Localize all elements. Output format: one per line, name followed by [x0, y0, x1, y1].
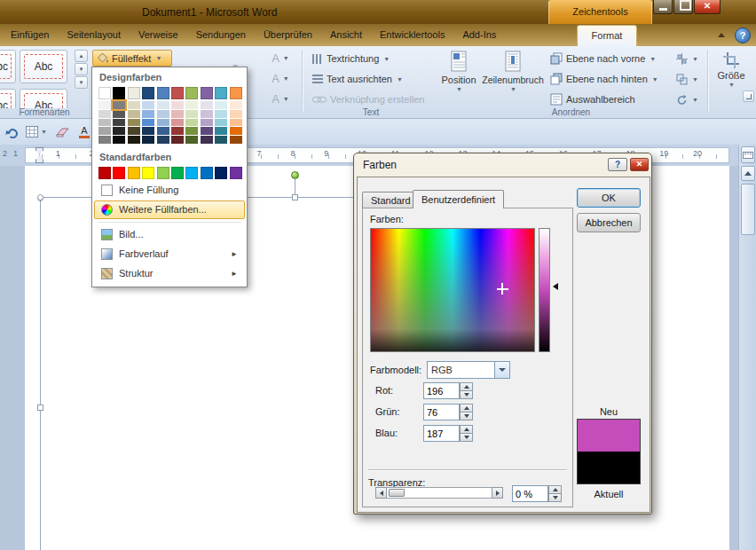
- resize-handle-top-left[interactable]: [37, 194, 43, 200]
- color-swatch[interactable]: [113, 119, 125, 127]
- color-swatch[interactable]: [171, 110, 184, 118]
- color-swatch[interactable]: [142, 87, 154, 99]
- tab-entwicklertools[interactable]: Entwicklertools: [371, 24, 453, 46]
- color-swatch[interactable]: [98, 136, 111, 144]
- vertical-scrollbar[interactable]: [738, 145, 756, 550]
- color-swatch[interactable]: [215, 136, 227, 144]
- gallery-more-icon[interactable]: ▾: [75, 76, 88, 89]
- color-swatch[interactable]: [215, 127, 227, 135]
- dialog-close-icon[interactable]: ✕: [630, 158, 649, 171]
- send-backward-button[interactable]: Ebene nach hinten ▼: [547, 70, 662, 88]
- tab-ansicht[interactable]: Ansicht: [321, 24, 371, 46]
- align-objects-button[interactable]: ▼: [673, 50, 703, 67]
- color-swatch[interactable]: [171, 119, 184, 127]
- position-button[interactable]: Position ▼: [437, 49, 481, 107]
- color-swatch[interactable]: [157, 127, 169, 135]
- group-objects-button[interactable]: ▼: [673, 70, 703, 88]
- green-input[interactable]: [423, 404, 460, 420]
- spin-up-icon[interactable]: [548, 485, 562, 494]
- color-swatch[interactable]: [171, 127, 184, 135]
- color-swatch[interactable]: [201, 136, 213, 144]
- color-swatch[interactable]: [128, 87, 140, 99]
- table-icon[interactable]: ▼: [23, 122, 50, 141]
- tab-einf-gen[interactable]: Einfügen: [2, 24, 58, 46]
- bring-forward-button[interactable]: Ebene nach vorne ▼: [547, 50, 659, 67]
- gallery-up-icon[interactable]: ▴: [75, 50, 88, 62]
- color-swatch[interactable]: [171, 101, 184, 109]
- tab-format[interactable]: Format: [577, 25, 637, 46]
- size-dialog-launcher-icon[interactable]: [743, 90, 754, 102]
- dialog-help-icon[interactable]: ?: [608, 158, 627, 171]
- picture-fill-menu-item[interactable]: Bild...: [94, 225, 245, 244]
- spin-down-icon[interactable]: [460, 434, 473, 442]
- maximize-button[interactable]: [673, 0, 693, 14]
- spin-up-icon[interactable]: [460, 382, 473, 391]
- gallery-down-icon[interactable]: ▾: [75, 63, 88, 75]
- color-swatch[interactable]: [185, 101, 198, 109]
- tab-seitenlayout[interactable]: Seitenlayout: [58, 24, 130, 46]
- scroll-up-icon[interactable]: [741, 166, 755, 181]
- color-swatch[interactable]: [171, 87, 184, 99]
- undo-icon[interactable]: [3, 122, 20, 141]
- color-swatch[interactable]: [215, 87, 227, 99]
- shape-style-item[interactable]: Abc: [20, 89, 67, 108]
- color-swatch[interactable]: [128, 110, 140, 118]
- color-swatch[interactable]: [157, 101, 169, 109]
- color-swatch[interactable]: [230, 167, 242, 179]
- cancel-button[interactable]: Abbrechen: [577, 213, 641, 232]
- collapse-ribbon-icon[interactable]: [713, 28, 729, 43]
- close-button[interactable]: ✕: [694, 0, 721, 14]
- color-swatch[interactable]: [113, 167, 125, 179]
- color-swatch[interactable]: [185, 127, 198, 135]
- color-swatch[interactable]: [157, 119, 169, 127]
- text-direction-button[interactable]: Textrichtung ▼: [309, 50, 393, 67]
- dropdown-arrow-icon[interactable]: [494, 362, 509, 378]
- shape-style-item[interactable]: bc: [0, 89, 16, 108]
- color-swatch[interactable]: [157, 136, 169, 144]
- scrollbar-thumb[interactable]: [741, 184, 755, 235]
- resize-handle-top-center[interactable]: [292, 194, 298, 200]
- rotate-objects-button[interactable]: ▼: [673, 90, 703, 108]
- color-swatch[interactable]: [201, 101, 213, 109]
- luminance-bar[interactable]: [539, 228, 550, 352]
- color-swatch[interactable]: [185, 110, 198, 118]
- tab-standard[interactable]: Standard: [362, 192, 420, 208]
- resize-handle-middle-left[interactable]: [37, 405, 43, 411]
- color-swatch[interactable]: [215, 101, 227, 109]
- color-swatch[interactable]: [201, 119, 213, 127]
- color-swatch[interactable]: [98, 110, 111, 118]
- color-swatch[interactable]: [142, 101, 154, 109]
- no-fill-menu-item[interactable]: Keine Füllung: [94, 181, 245, 200]
- spin-down-icon[interactable]: [460, 391, 473, 399]
- color-swatch[interactable]: [98, 167, 111, 179]
- texture-fill-menu-item[interactable]: Struktur ►: [94, 264, 245, 283]
- color-swatch[interactable]: [113, 127, 125, 135]
- color-swatch[interactable]: [128, 101, 140, 109]
- color-swatch[interactable]: [171, 136, 184, 144]
- shape-style-item[interactable]: Abc: [20, 50, 67, 83]
- align-text-button[interactable]: Text ausrichten ▼: [309, 70, 406, 88]
- color-swatch[interactable]: [230, 101, 242, 109]
- color-gradient-field[interactable]: [370, 228, 535, 352]
- color-swatch[interactable]: [98, 127, 111, 135]
- ruler-toggle-icon[interactable]: [741, 146, 755, 163]
- eraser-icon[interactable]: [53, 122, 71, 141]
- color-swatch[interactable]: [98, 101, 111, 109]
- color-swatch[interactable]: [113, 101, 125, 109]
- color-swatch[interactable]: [128, 127, 140, 135]
- spin-up-icon[interactable]: [460, 404, 473, 412]
- color-swatch[interactable]: [142, 110, 154, 118]
- color-swatch[interactable]: [157, 87, 169, 99]
- color-model-dropdown[interactable]: RGB: [427, 361, 510, 379]
- more-fill-colors-menu-item[interactable]: Weitere Füllfarben...: [94, 200, 245, 219]
- color-swatch[interactable]: [185, 167, 198, 179]
- color-swatch[interactable]: [230, 87, 242, 99]
- color-swatch[interactable]: [128, 136, 140, 144]
- gradient-fill-menu-item[interactable]: Farbverlauf ►: [94, 245, 245, 263]
- color-swatch[interactable]: [215, 167, 227, 179]
- rotation-handle[interactable]: [291, 171, 299, 179]
- tab-benutzerdefiniert[interactable]: Benutzerdefiniert: [413, 190, 504, 208]
- tab-add-ins[interactable]: Add-Ins: [453, 24, 505, 46]
- color-swatch[interactable]: [113, 136, 125, 144]
- spin-down-icon[interactable]: [548, 494, 562, 502]
